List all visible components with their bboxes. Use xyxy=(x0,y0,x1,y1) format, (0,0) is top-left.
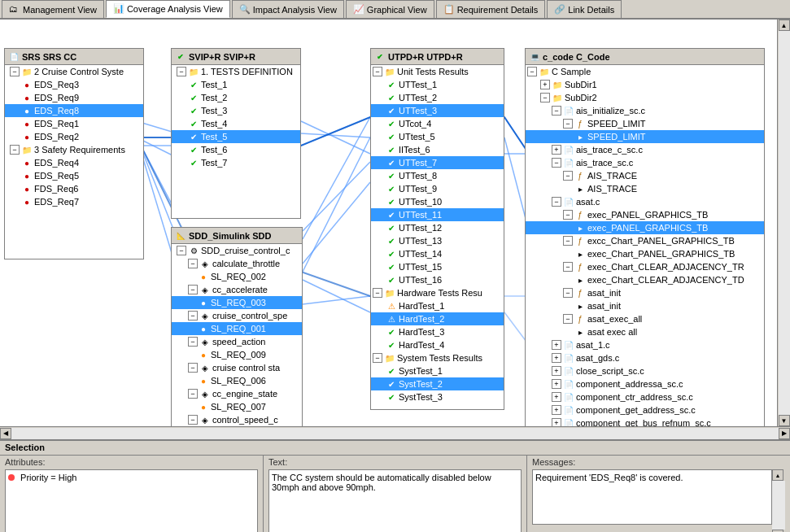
svip-test4[interactable]: ✔ Test_4 xyxy=(172,117,300,130)
ut-test13[interactable]: ✔ UTTest_13 xyxy=(371,234,504,247)
scroll-down-button[interactable]: ▼ xyxy=(779,415,790,426)
expand-compctr[interactable]: + xyxy=(552,392,561,402)
expand-csample[interactable]: − xyxy=(527,67,537,76)
expand-unit[interactable]: − xyxy=(373,67,382,76)
srs-group3[interactable]: − 📁 3 Safety Requirements xyxy=(5,143,143,156)
scroll-track[interactable] xyxy=(779,31,790,415)
sdd-group1[interactable]: − ⚙ SDD_cruise_control_c xyxy=(172,244,302,257)
ais-init-file[interactable]: − 📄 ais_initialize_sc.c xyxy=(526,104,764,117)
expand-subdir2[interactable]: − xyxy=(540,93,550,102)
tab-link[interactable]: 🔗 Link Details xyxy=(547,0,622,18)
expand-svip1[interactable]: − xyxy=(177,67,186,76)
sdd-engine[interactable]: − ◈ cc_engine_state xyxy=(172,387,302,400)
msg-scroll-up[interactable]: ▲ xyxy=(772,469,783,481)
expand-execclear[interactable]: − xyxy=(563,262,573,272)
hw-test4[interactable]: ✔ HardTest_4 xyxy=(371,338,504,351)
expand-aisinit[interactable]: − xyxy=(552,106,561,116)
svip-test7[interactable]: ✔ Test_7 xyxy=(172,156,300,169)
expand-asat1[interactable]: + xyxy=(552,340,561,350)
sys-test3[interactable]: ✔ SystTest_3 xyxy=(371,390,504,403)
expand-calc[interactable]: − xyxy=(188,259,198,268)
excc-chart-item[interactable]: ▸ exec_Chart_PANEL_GRAPHICS_TB xyxy=(526,247,764,260)
ut-test2[interactable]: ✔ UTTest_2 xyxy=(371,91,504,104)
sys-test1[interactable]: ✔ SystTest_1 xyxy=(371,364,504,377)
ut-test11[interactable]: ✔ UTTest_11 xyxy=(371,208,504,221)
utpd-unit-group[interactable]: − 📁 Unit Tests Results xyxy=(371,65,504,78)
expand-aistr[interactable]: + xyxy=(552,145,561,155)
svip-test2[interactable]: ✔ Test_2 xyxy=(172,91,300,104)
ut-test5[interactable]: ✔ UTtest_5 xyxy=(371,130,504,143)
sdd-sl003[interactable]: ● SL_REQ_003 xyxy=(172,296,302,309)
sdd-cruise-ctrl[interactable]: − ◈ cruise_control_spe xyxy=(172,309,302,322)
expand-speedlimit[interactable]: − xyxy=(563,119,573,129)
sdd-calc[interactable]: − ◈ calculate_throttle xyxy=(172,257,302,270)
exec-panel-item[interactable]: ▸ exec_PANEL_GRAPHICS_TB xyxy=(526,221,764,234)
expand-cruise[interactable]: − xyxy=(188,311,198,321)
srs-group2[interactable]: − 📁 2 Cruise Control Syste xyxy=(5,65,143,78)
ut-test3[interactable]: ✔ UTTest_3 xyxy=(371,104,504,117)
close-script-file[interactable]: + 📄 close_script_sc.c xyxy=(526,364,764,377)
comp-getbus-file[interactable]: + 📄 component_get_bus_refnum_sc.c xyxy=(526,416,764,426)
ut-test8[interactable]: ✔ UTTest_8 xyxy=(371,169,504,182)
tab-graphical[interactable]: 📈 Graphical View xyxy=(346,0,434,18)
asat-gds-file[interactable]: + 📄 asat_gds.c xyxy=(526,351,764,364)
srs-req3[interactable]: ● EDS_Req3 xyxy=(5,78,143,91)
srs-req7[interactable]: ● EDS_Req7 xyxy=(5,195,143,208)
ut-test16[interactable]: ✔ UTTest_16 xyxy=(371,273,504,286)
expand-engine[interactable]: − xyxy=(188,389,198,399)
ais-trace-c-file[interactable]: + 📄 ais_trace_c_sc.c xyxy=(526,143,764,156)
speed-limit-func[interactable]: − ƒ SPEED_LIMIT xyxy=(526,117,764,130)
expand-sys[interactable]: − xyxy=(373,353,382,363)
excc-chart-func[interactable]: − ƒ excc_Chart_PANEL_GRAPHICS_TB xyxy=(526,234,764,247)
svip-test5[interactable]: ✔ Test_5 xyxy=(172,130,300,143)
scroll-up-button[interactable]: ▲ xyxy=(779,20,790,31)
tab-impact[interactable]: 🔍 Impact Analysis View xyxy=(232,0,344,18)
scroll-right-button[interactable]: ▶ xyxy=(779,428,790,439)
comp-ctr-file[interactable]: + 📄 component_ctr_address_sc.c xyxy=(526,390,764,403)
expand-group3[interactable]: − xyxy=(10,145,20,155)
expand-subdir1[interactable]: + xyxy=(540,80,550,89)
hw-test1[interactable]: ⚠ HardTest_1 xyxy=(371,299,504,312)
comp-getaddr-file[interactable]: + 📄 component_get_address_sc.c xyxy=(526,403,764,416)
ais-trace-func[interactable]: − ƒ AIS_TRACE xyxy=(526,169,764,182)
ut-test7[interactable]: ✔ UTTest_7 xyxy=(371,156,504,169)
right-scrollbar[interactable]: ▲ ▼ xyxy=(777,20,790,426)
ut-test10[interactable]: ✔ UTTest_10 xyxy=(371,195,504,208)
expand-execpanel[interactable]: − xyxy=(563,210,573,220)
ut-test15[interactable]: ✔ UTTest_15 xyxy=(371,260,504,273)
svip-test6[interactable]: ✔ Test_6 xyxy=(172,143,300,156)
csample-root[interactable]: − 📁 C Sample xyxy=(526,65,764,78)
expand-ccacc[interactable]: − xyxy=(188,285,198,294)
ut-test6[interactable]: ✔ IITest_6 xyxy=(371,143,504,156)
svip-test3[interactable]: ✔ Test_3 xyxy=(172,104,300,117)
expand-hw[interactable]: − xyxy=(373,288,382,298)
expand-compaddr[interactable]: + xyxy=(552,379,561,389)
tab-management[interactable]: 🗂 Management View xyxy=(2,0,104,18)
ut-test9[interactable]: ✔ UTTest_9 xyxy=(371,182,504,195)
subdir2[interactable]: − 📁 SubDir2 xyxy=(526,91,764,104)
asat-exec-item[interactable]: ▸ asat exec all xyxy=(526,325,764,338)
scroll-track-h[interactable] xyxy=(11,428,779,439)
expand-aistr2[interactable]: − xyxy=(552,158,561,168)
sdd-cc-acc[interactable]: − ◈ cc_accelerate xyxy=(172,283,302,296)
expand-aistrfunc[interactable]: − xyxy=(563,171,573,181)
asat-init-item[interactable]: ▸ asat_init xyxy=(526,299,764,312)
asat-exec-func[interactable]: − ƒ asat_exec_all xyxy=(526,312,764,325)
sdd-ctrl-spd[interactable]: − ◈ control_speed_c xyxy=(172,413,302,426)
scroll-left-button[interactable]: ◀ xyxy=(0,428,11,439)
expand-sdd1[interactable]: − xyxy=(177,246,186,255)
exec-clear-func[interactable]: − ƒ exec_Chart_CLEAR_ADJACENCY_TR xyxy=(526,260,764,273)
expand-close[interactable]: + xyxy=(552,366,561,376)
expand-speed[interactable]: − xyxy=(188,337,198,347)
ais-trace-item[interactable]: ▸ AIS_TRACE xyxy=(526,182,764,195)
asat1-file[interactable]: + 📄 asat_1.c xyxy=(526,338,764,351)
srs-req4[interactable]: ● EDS_Req4 xyxy=(5,156,143,169)
srs-req9[interactable]: ● EDS_Req9 xyxy=(5,91,143,104)
ut-test14[interactable]: ✔ UTTest_14 xyxy=(371,247,504,260)
sdd-sl006[interactable]: ● SL_REQ_006 xyxy=(172,374,302,387)
hw-test2[interactable]: ⚠ HardTest_2 xyxy=(371,312,504,325)
srs-req6[interactable]: ● FDS_Req6 xyxy=(5,182,143,195)
expand-group2[interactable]: − xyxy=(10,67,20,76)
sdd-sl001[interactable]: ● SL_REQ_001 xyxy=(172,322,302,335)
comp-addr-file[interactable]: + 📄 component_addressa_sc.c xyxy=(526,377,764,390)
